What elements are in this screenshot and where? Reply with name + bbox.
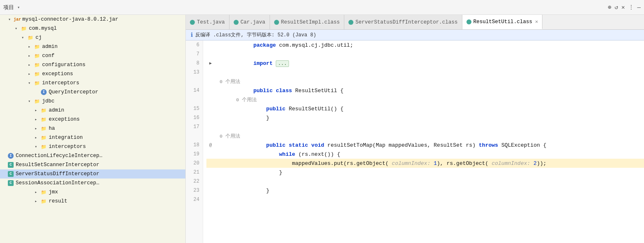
tree-item-integration[interactable]: 📁 integration xyxy=(0,133,185,142)
line-num-20: 20 xyxy=(186,159,203,168)
expand-arrow xyxy=(35,108,40,113)
folder-icon: 📁 xyxy=(34,80,40,86)
folder-icon: 📁 xyxy=(40,107,47,114)
code-line-24 xyxy=(206,195,644,204)
tree-item-admin[interactable]: 📁 admin xyxy=(0,42,185,51)
folder-icon: 📁 xyxy=(40,116,47,123)
line-num-meta3 xyxy=(186,131,203,141)
expand-arrow xyxy=(28,81,34,86)
file-label: ResultSetScannerInterceptor xyxy=(16,162,99,168)
close-icon[interactable]: ✕ xyxy=(621,4,625,11)
expand-arrow xyxy=(35,199,40,204)
tree-item-resultsetscanner[interactable]: C ResultSetScannerInterceptor xyxy=(0,160,185,169)
tab-close-button[interactable]: ✕ xyxy=(535,19,538,25)
folder-icon: 📁 xyxy=(34,43,40,50)
tree-item-query-interceptor[interactable]: I QueryInterceptor xyxy=(0,88,185,97)
tab-icon xyxy=(274,20,279,25)
expand-arrow xyxy=(28,99,34,104)
chevron-down-icon[interactable]: ▾ xyxy=(17,5,20,10)
folder-label: conf xyxy=(42,53,54,59)
line-numbers: 6 7 8 13 14 15 16 17 18 19 20 21 22 23 2… xyxy=(186,40,203,243)
tree-item-ha[interactable]: 📁 ha xyxy=(0,124,185,133)
code-line-13 xyxy=(206,68,644,77)
tree-item-jdbc-admin[interactable]: 📁 admin xyxy=(0,106,185,115)
class-icon: C xyxy=(7,171,14,177)
expand-arrow xyxy=(35,144,40,149)
folder-label: com.mysql xyxy=(29,26,57,31)
tab-label: Test.java xyxy=(197,19,225,25)
folder-label: admin xyxy=(49,107,64,113)
expand-arrow xyxy=(35,135,40,140)
tree-item-conf[interactable]: 📁 conf xyxy=(0,51,185,60)
tree-item-connectionlifecycle[interactable]: I ConnectionLifecycleIntercep… xyxy=(0,151,185,160)
tab-label: ResultSetUtil.class xyxy=(474,19,533,25)
tree-item-cj[interactable]: 📁 cj xyxy=(0,33,185,42)
folder-label: exceptions xyxy=(49,117,80,122)
tree-item-com-mysql[interactable]: 📁 com.mysql xyxy=(0,24,185,33)
code-editor[interactable]: 6 7 8 13 14 15 16 17 18 19 20 21 22 23 2… xyxy=(186,40,644,243)
file-label: ConnectionLifecycleIntercep… xyxy=(16,153,102,159)
file-label: SessionAssociationIntercep… xyxy=(16,180,99,186)
expand-arrow xyxy=(21,35,27,40)
more-icon[interactable]: ⋮ xyxy=(628,4,634,11)
line-num-13: 13 xyxy=(186,68,203,77)
tab-serverstatusdiff[interactable]: ServerStatusDiffInterceptor.class xyxy=(344,15,462,29)
folder-icon: 📁 xyxy=(34,62,40,68)
folder-label: ha xyxy=(49,126,55,131)
tree-item-jdbc[interactable]: 📁 jdbc xyxy=(0,97,185,106)
tree-item-serverstatusdiff[interactable]: C ServerStatusDiffInterceptor xyxy=(0,169,185,179)
folder-label: interceptors xyxy=(42,80,79,86)
import-expand[interactable]: ... xyxy=(276,60,289,67)
tree-item-result[interactable]: 📁 result xyxy=(0,197,185,206)
line-num-17: 17 xyxy=(186,122,203,131)
add-icon[interactable]: ⊕ xyxy=(608,4,611,11)
code-text-14: public class ResultSetUtil { xyxy=(215,81,644,100)
folder-icon: 📁 xyxy=(34,52,40,59)
editor-area: Test.java Car.java ResultSetImpl.class S… xyxy=(186,15,644,243)
main-layout: jar mysql-connector-java-8.0.12.jar 📁 co… xyxy=(0,15,644,243)
tree-item-configurations[interactable]: 📁 configurations xyxy=(0,60,185,69)
tab-car-java[interactable]: Car.java xyxy=(230,15,270,29)
expand-arrow xyxy=(35,190,40,195)
info-text: 反编译 .class文件, 字节码版本: 52.0 (Java 8) xyxy=(195,31,316,38)
tree-item-exceptions[interactable]: 📁 exceptions xyxy=(0,69,185,79)
file-label: QueryInterceptor xyxy=(49,89,98,95)
expand-arrow xyxy=(35,126,40,131)
folder-icon: 📁 xyxy=(40,143,47,150)
info-icon: I xyxy=(7,152,14,159)
tab-icon xyxy=(466,19,471,24)
tree-item-interceptors[interactable]: 📁 interceptors xyxy=(0,79,185,88)
tree-item-jar[interactable]: jar mysql-connector-java-8.0.12.jar xyxy=(0,15,185,24)
line-num-21: 21 xyxy=(186,168,203,177)
code-line-16: } xyxy=(206,113,644,122)
folder-label: configurations xyxy=(42,62,85,68)
folder-icon: 📁 xyxy=(21,25,27,32)
refresh-icon[interactable]: ↺ xyxy=(615,4,618,11)
folder-label: admin xyxy=(42,44,58,50)
tab-resultsetimpl[interactable]: ResultSetImpl.class xyxy=(270,15,345,29)
tab-resultsetutil[interactable]: ResultSetUtil.class ✕ xyxy=(462,15,543,29)
tab-icon xyxy=(234,20,239,25)
class-icon: C xyxy=(7,162,14,168)
expand-arrow xyxy=(28,44,34,49)
line-num-meta1 xyxy=(186,77,203,86)
tree-item-jdbc-interceptors[interactable]: 📁 interceptors xyxy=(0,142,185,151)
jar-icon: jar xyxy=(14,16,21,23)
line-num-7: 7 xyxy=(186,50,203,59)
folder-icon: 📁 xyxy=(40,189,47,195)
tab-test-java[interactable]: Test.java xyxy=(186,15,230,29)
tree-item-jdbc-exceptions[interactable]: 📁 exceptions xyxy=(0,115,185,124)
line-num-18: 18 xyxy=(186,141,203,150)
code-line-14: public class ResultSetUtil { xyxy=(206,86,644,95)
code-line-21: } xyxy=(206,168,644,177)
tree-item-sessionassociation[interactable]: C SessionAssociationIntercep… xyxy=(0,179,185,188)
info-icon: I xyxy=(40,89,47,95)
folder-label: cj xyxy=(36,35,42,40)
gutter-18: @ xyxy=(206,143,215,148)
folder-icon: 📁 xyxy=(40,134,47,141)
folder-label: jmx xyxy=(49,189,58,195)
minimize-icon[interactable]: — xyxy=(637,4,641,11)
top-bar-title: 项目 xyxy=(3,4,14,11)
tree-item-jmx[interactable]: 📁 jmx xyxy=(0,188,185,197)
line-num-15: 15 xyxy=(186,104,203,113)
